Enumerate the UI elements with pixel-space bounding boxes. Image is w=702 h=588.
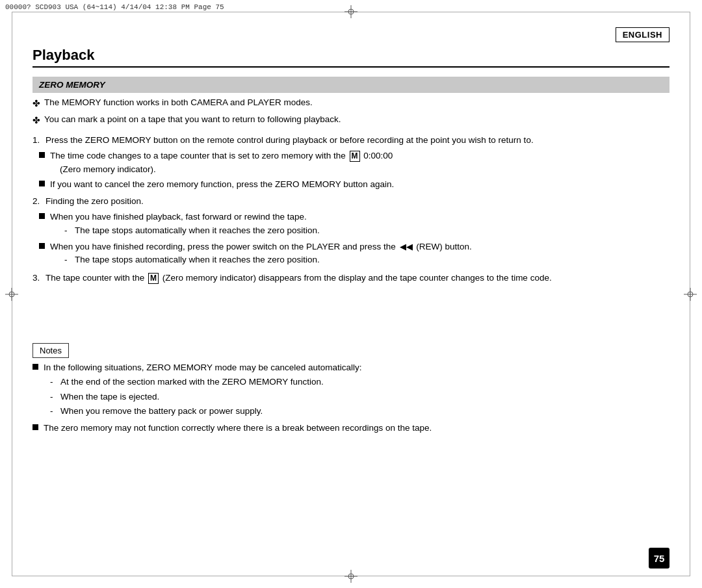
section-header-text: ZERO MEMORY (39, 80, 105, 90)
section-header: ZERO MEMORY (32, 77, 670, 93)
header-bar: 00000? SCD903 USA (64~114) 4/14/04 12:38… (0, 0, 702, 14)
sub-bullet-1-1: The time code changes to a tape counter … (39, 149, 670, 176)
numbered-item-3: 3. The tape counter with the M (Zero mem… (32, 272, 670, 285)
number-1: 1. (32, 134, 46, 147)
note-1-dashes: - At the end of the section marked with … (50, 376, 361, 418)
dash-item-2-1-1-text: The tape stops automatically when it rea… (75, 224, 320, 237)
square-bullet-icon (39, 243, 45, 249)
square-bullet-icon (39, 213, 45, 219)
notes-content: In the following situations, ZERO MEMORY… (32, 361, 670, 437)
crosshair-bottom-center-icon (344, 570, 358, 583)
main-content: ✤ The MEMORY function works in both CAME… (32, 96, 670, 289)
number-3: 3. (32, 272, 46, 285)
rew-symbol: ◀◀ (400, 240, 413, 253)
numbered-list: 1. Press the ZERO MEMORY button on the r… (32, 134, 670, 285)
intro-bullet-2: ✤ You can mark a point on a tape that yo… (32, 113, 670, 127)
note-1-text: In the following situations, ZERO MEMORY… (44, 363, 361, 372)
sub-bullet-1-1-text: The time code changes to a tape counter … (50, 149, 393, 176)
note-2-text: The zero memory may not function correct… (44, 422, 432, 435)
numbered-item-1-text: Press the ZERO MEMORY button on the remo… (46, 134, 534, 147)
sub-bullets-2: When you have finished playback, fast fo… (39, 211, 670, 268)
dash-icon: - (50, 405, 60, 418)
dash-sub-2-2: - The tape stops automatically when it r… (64, 253, 472, 266)
dash-sub-2-1: - The tape stops automatically when it r… (64, 224, 320, 237)
header-text: 00000? SCD903 USA (64~114) 4/14/04 12:38… (5, 3, 224, 11)
note-1-dash-1: At the end of the section marked with th… (60, 376, 324, 389)
sub-bullet-2-2-content: When you have finished recording, press … (50, 240, 472, 268)
sub-bullet-2-2: When you have finished recording, press … (39, 240, 670, 268)
cross-icon-2: ✤ (32, 114, 40, 127)
square-bullet-icon (39, 152, 45, 158)
number-2: 2. (32, 195, 46, 208)
numbered-item-1: 1. Press the ZERO MEMORY button on the r… (32, 134, 670, 191)
note-1-dash-2: When the tape is ejected. (60, 390, 159, 403)
page-number: 75 (654, 553, 665, 564)
sub-bullet-2-1: When you have finished playback, fast fo… (39, 211, 670, 238)
note-item-1: In the following situations, ZERO MEMORY… (32, 361, 670, 419)
intro-bullet-1: ✤ The MEMORY function works in both CAME… (32, 96, 670, 110)
m-symbol-3: M (148, 273, 159, 283)
page-number-box: 75 (649, 548, 670, 569)
m-symbol-1: M (350, 151, 360, 161)
cross-icon-1: ✤ (32, 97, 40, 110)
square-bullet-icon (39, 181, 45, 186)
numbered-item-2-text: Finding the zero position. (46, 195, 144, 208)
note-item-2: The zero memory may not function correct… (32, 422, 670, 435)
dash-item-2-2-1-text: The tape stops automatically when it rea… (75, 253, 320, 266)
sub-bullets-1: The time code changes to a tape counter … (39, 149, 670, 191)
notes-box: Notes (32, 343, 69, 358)
intro-bullet-2-text: You can mark a point on a tape that you … (44, 113, 341, 126)
dash-icon: - (50, 376, 60, 389)
dash-icon: - (64, 253, 75, 266)
numbered-item-3-text: The tape counter with the M (Zero memory… (46, 272, 552, 285)
sub-bullet-1-2: If you want to cancel the zero memory fu… (39, 178, 670, 191)
note-1-content: In the following situations, ZERO MEMORY… (44, 361, 361, 419)
intro-bullet-1-text: The MEMORY function works in both CAMERA… (44, 96, 313, 109)
sub-bullet-2-1-content: When you have finished playback, fast fo… (50, 211, 320, 238)
crosshair-right-icon (684, 288, 697, 301)
sub-bullet-2-2-text: When you have finished recording, press … (50, 242, 472, 251)
sub-bullet-2-1-text: When you have finished playback, fast fo… (50, 212, 307, 222)
note-1-dash-3: When you remove the battery pack or powe… (60, 405, 263, 418)
notes-label: Notes (32, 343, 69, 358)
square-bullet-icon (32, 364, 38, 370)
crosshair-left-icon (5, 288, 18, 301)
page-title: Playback (32, 47, 670, 68)
numbered-item-2: 2. Finding the zero position. When you h… (32, 195, 670, 268)
sub-bullet-1-2-text: If you want to cancel the zero memory fu… (50, 178, 394, 191)
english-badge: ENGLISH (616, 27, 670, 42)
square-bullet-icon (32, 424, 38, 430)
dash-icon: - (64, 224, 75, 237)
dash-icon: - (50, 390, 60, 403)
